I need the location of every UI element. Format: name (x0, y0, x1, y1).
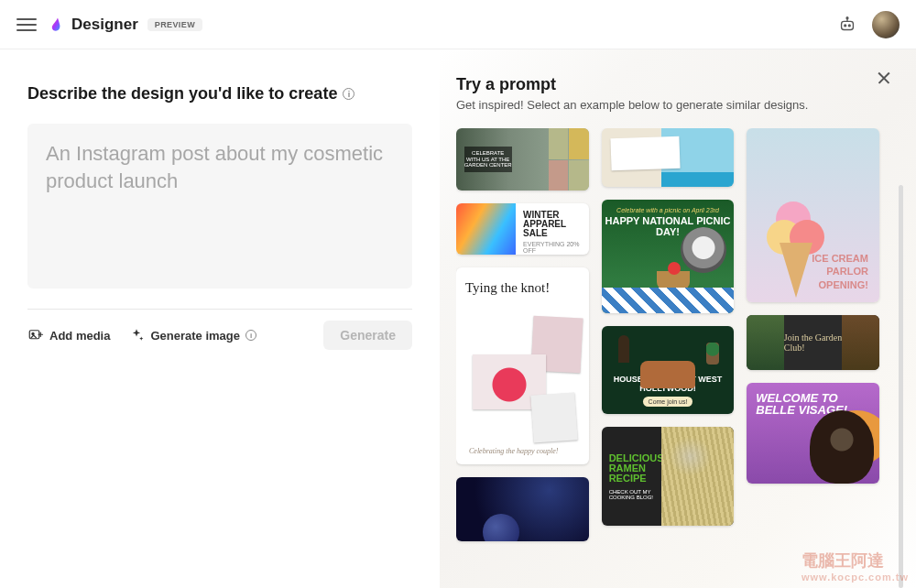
prompt-card[interactable]: ICE CREAMPARLOROPENING! (747, 128, 879, 302)
card-image (842, 315, 879, 370)
card-graphic (810, 410, 874, 484)
card-graphic (483, 514, 519, 541)
card-title: Join the Garden Club! (784, 332, 843, 353)
main-content: Describe the design you'd like to create… (0, 49, 916, 588)
prompt-card[interactable]: Join the Garden Club! (747, 315, 879, 370)
generate-image-label: Generate image (150, 329, 240, 343)
designer-logo-icon (49, 16, 66, 33)
prompt-heading: Describe the design you'd like to create… (27, 84, 412, 103)
card-image (661, 427, 735, 526)
prompt-card[interactable] (456, 477, 589, 541)
card-title: DELICIOUS RAMEN RECIPE (609, 453, 654, 484)
app-name: Designer (71, 16, 138, 34)
add-media-label: Add media (49, 329, 110, 343)
info-icon[interactable]: i (343, 88, 354, 100)
card-graphic (610, 136, 680, 170)
ice-cream-icon (767, 192, 822, 302)
prompt-card[interactable]: WELCOME TO BELLE VISAGE! (747, 383, 879, 484)
prompt-card[interactable]: DELICIOUS RAMEN RECIPE CHECK OUT MY COOK… (602, 427, 735, 526)
prompt-card[interactable]: HOUSEWARMING AT WEST HOLLYWOOD! Come joi… (602, 326, 735, 414)
svg-rect-0 (842, 21, 854, 29)
card-subtitle: EVERYTHING 20% OFF (523, 241, 582, 254)
svg-point-3 (846, 16, 848, 18)
card-text: CELEBRATE WITH US AT THE GARDEN CENTER (464, 147, 512, 171)
card-text-block: Join the Garden Club! (784, 315, 843, 370)
suggestions-subheading: Get inspired! Select an example below to… (456, 98, 889, 112)
user-avatar[interactable] (872, 11, 900, 38)
top-bar: Designer PREVIEW (0, 0, 916, 49)
card-caption: Celebrating the happy couple! (469, 447, 559, 455)
suggestions-panel: Try a prompt Get inspired! Select an exa… (440, 49, 916, 588)
prompt-gallery: CELEBRATE WITH US AT THE GARDEN CENTER W… (456, 128, 889, 550)
prompt-card[interactable]: Tying the knot! Celebrating the happy co… (456, 267, 589, 464)
prompt-card[interactable] (602, 128, 735, 187)
prompt-heading-text: Describe the design you'd like to create (27, 84, 337, 103)
card-title: WINTER APPAREL SALE (523, 211, 582, 238)
preview-badge: PREVIEW (147, 18, 202, 31)
card-graphic (706, 343, 719, 365)
svg-point-2 (848, 25, 850, 27)
card-button-label: Come join us! (643, 397, 693, 407)
card-image (456, 203, 516, 255)
generate-image-button[interactable]: Generate image i (128, 327, 256, 343)
close-icon[interactable] (876, 70, 892, 86)
image-plus-icon (27, 327, 44, 343)
card-graphic (668, 262, 681, 275)
sparkle-icon (128, 327, 145, 343)
card-title: Tying the knot! (465, 280, 580, 296)
generate-button[interactable]: Generate (323, 321, 412, 350)
prompt-card[interactable]: CELEBRATE WITH US AT THE GARDEN CENTER (456, 128, 589, 191)
menu-icon[interactable] (16, 15, 37, 35)
add-media-button[interactable]: Add media (27, 327, 110, 343)
card-graphic (640, 361, 695, 388)
svg-point-1 (845, 25, 846, 27)
card-photo (530, 392, 578, 442)
card-subtitle: Celebrate with a picnic on April 23rd (602, 200, 735, 213)
card-graphic (602, 288, 735, 313)
card-graphic (661, 172, 735, 187)
card-text-block: DELICIOUS RAMEN RECIPE CHECK OUT MY COOK… (602, 427, 661, 526)
prompt-panel: Describe the design you'd like to create… (0, 49, 440, 588)
copilot-icon[interactable] (837, 15, 857, 35)
card-text-block: WINTER APPAREL SALE EVERYTHING 20% OFF (516, 203, 589, 255)
prompt-card[interactable]: Celebrate with a picnic on April 23rd HA… (602, 200, 735, 313)
card-graphic (618, 335, 629, 363)
card-thumbnails (549, 128, 588, 191)
card-subtitle: CHECK OUT MY COOKING BLOG! (609, 489, 654, 500)
prompt-placeholder: An Instagram post about my cosmetic prod… (46, 140, 394, 194)
raccoon-icon (681, 227, 726, 273)
suggestions-heading: Try a prompt (456, 75, 889, 94)
info-icon[interactable]: i (245, 330, 256, 341)
card-image (747, 315, 784, 370)
prompt-toolbar: Add media Generate image i Generate (27, 309, 412, 350)
prompt-input[interactable]: An Instagram post about my cosmetic prod… (27, 124, 412, 289)
prompt-card[interactable]: WINTER APPAREL SALE EVERYTHING 20% OFF (456, 203, 589, 255)
